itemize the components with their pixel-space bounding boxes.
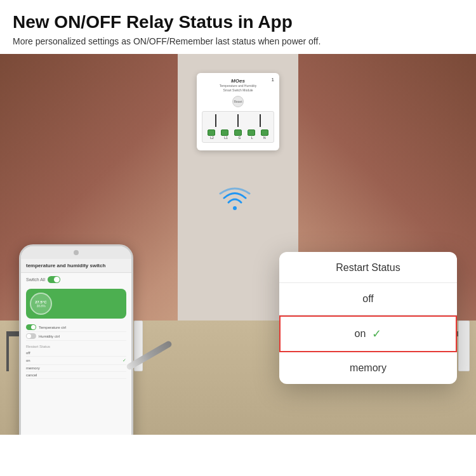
radiator-section xyxy=(458,321,470,371)
humidity-control-row: Humidity ctrl xyxy=(26,332,126,341)
terminals xyxy=(205,129,271,136)
phone-small-rows: Temperature ctrl Humidity ctrl xyxy=(21,321,131,343)
sensor-circle: 27.5°C 38.8% xyxy=(30,293,52,315)
phone-switch-all-row: Switch All xyxy=(21,273,131,286)
header: New ON/OFF Relay Status in App More pers… xyxy=(0,0,476,54)
restart-status-popup: Restart Status off on ✓ memory xyxy=(279,252,457,384)
terminal-labels: L2 L1 G L N xyxy=(205,136,271,140)
left-table-leg-1 xyxy=(6,333,9,371)
terminal-3 xyxy=(234,129,242,136)
check-mark-small: ✓ xyxy=(122,358,126,363)
circuit-line xyxy=(215,114,216,127)
mini-toggle-switch[interactable] xyxy=(48,276,60,283)
phone-top-bar xyxy=(21,246,131,259)
popup-option-off[interactable]: off xyxy=(279,283,457,315)
phone-restart-off[interactable]: off xyxy=(26,350,126,357)
check-mark-icon: ✓ xyxy=(372,327,381,341)
terminal-2 xyxy=(221,129,228,136)
svg-point-0 xyxy=(233,206,237,210)
device-reset-button[interactable]: Reset xyxy=(232,96,244,107)
humidity-value: 38.8% xyxy=(36,304,45,308)
wifi-signal-icon xyxy=(219,187,251,215)
device-brand: MOes xyxy=(202,78,274,84)
small-toggle-knob-off xyxy=(27,334,31,338)
circuit-line xyxy=(237,114,239,127)
smart-switch-device: MOes Temperature and Humidity Smart Swit… xyxy=(197,73,279,150)
popup-option-on[interactable]: on ✓ xyxy=(279,315,457,352)
phone-frame: temperature and humidity switch Switch A… xyxy=(19,244,133,435)
circuit-line xyxy=(260,114,261,127)
temp-control-row: Temperature ctrl xyxy=(26,323,126,332)
phone-restart-memory[interactable]: memory xyxy=(26,365,126,372)
popup-title: Restart Status xyxy=(279,252,457,283)
phone-restart-section: Restart Status off on ✓ memory cancel xyxy=(21,343,131,381)
scene-area: MOes Temperature and Humidity Smart Swit… xyxy=(0,54,476,435)
sensor-card: 27.5°C 38.8% xyxy=(26,289,126,319)
small-toggle-humidity[interactable] xyxy=(26,333,36,339)
phone-app-title: temperature and humidity switch xyxy=(21,259,131,273)
mini-toggle-knob xyxy=(54,277,60,282)
phone-mockup: temperature and humidity switch Switch A… xyxy=(19,244,146,435)
phone-camera xyxy=(74,250,79,255)
small-toggle-temp[interactable] xyxy=(26,324,36,330)
phone-restart-on[interactable]: on ✓ xyxy=(26,357,126,365)
popup-option-memory[interactable]: memory xyxy=(279,352,457,384)
phone-screen: temperature and humidity switch Switch A… xyxy=(21,259,131,435)
terminal-5 xyxy=(261,129,268,136)
small-toggle-knob xyxy=(31,325,36,329)
switch-all-label: Switch All xyxy=(26,277,45,282)
device-reset-area: Reset xyxy=(202,96,274,107)
restart-section-label: Restart Status xyxy=(26,345,126,348)
page-subtitle: More personalized settings as ON/OFF/Rem… xyxy=(13,36,463,48)
terminal-4 xyxy=(248,129,255,136)
device-circuit: L2 L1 G L N xyxy=(202,111,274,143)
terminal-1 xyxy=(208,129,215,136)
page-title: New ON/OFF Relay Status in App xyxy=(13,11,463,33)
phone-restart-cancel[interactable]: cancel xyxy=(26,372,126,379)
device-model-text: Temperature and Humidity Smart Switch Mo… xyxy=(202,84,274,92)
circuit-lines xyxy=(205,114,271,127)
device-number: 1 xyxy=(272,77,274,83)
